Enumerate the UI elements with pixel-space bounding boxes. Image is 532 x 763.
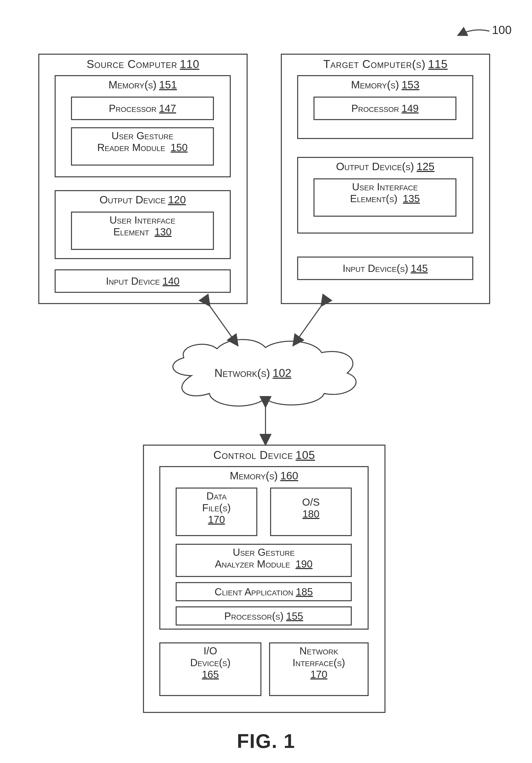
target-memory-title: Memory(s)153 — [298, 76, 472, 91]
network-interfaces-box: Network Interface(s) 170 — [269, 642, 369, 696]
svg-line-1 — [294, 305, 322, 345]
control-device-title: Control Device105 — [144, 446, 385, 462]
svg-line-0 — [209, 305, 237, 345]
data-files-box: Data File(s) 170 — [176, 488, 257, 536]
target-output-devices-box: Output Device(s)125 User Interface Eleme… — [297, 157, 473, 234]
target-computer-title: Target Computer(s)115 — [282, 55, 489, 70]
control-memory-title: Memory(s)160 — [160, 467, 368, 482]
network-label: Network(s)102 — [215, 367, 291, 380]
control-device-box: Control Device105 Memory(s)160 Data File… — [143, 445, 386, 713]
target-computer-box: Target Computer(s)115 Memory(s)153 Proce… — [281, 54, 490, 304]
target-ui-elements-box: User Interface Element(s) 135 — [313, 178, 456, 217]
system-reference-label: 100 — [492, 23, 512, 37]
user-gesture-analyzer-box: User Gesture Analyzer Module 190 — [176, 544, 352, 577]
source-computer-title: Source Computer110 — [39, 55, 247, 70]
control-processors-box: Processor(s)155 — [176, 606, 352, 625]
io-devices-box: I/O Device(s) 165 — [159, 642, 261, 696]
target-memory-box: Memory(s)153 Processor149 — [297, 75, 473, 139]
target-processor-box: Processor149 — [313, 97, 456, 120]
control-memory-box: Memory(s)160 Data File(s) 170 O/S 180 Us… — [159, 466, 369, 630]
source-ui-element-box: User Interface Element 130 — [71, 212, 214, 250]
source-output-device-box: Output Device120 User Interface Element … — [55, 190, 231, 259]
figure-caption: FIG. 1 — [237, 729, 295, 753]
arrow-icon — [456, 29, 492, 39]
target-input-devices-box: Input Device(s)145 — [297, 257, 473, 280]
os-box: O/S 180 — [270, 488, 352, 536]
source-computer-box: Source Computer110 Memory(s)151 Processo… — [38, 54, 248, 304]
source-input-device-box: Input Device140 — [55, 269, 231, 293]
source-memory-title: Memory(s)151 — [56, 76, 230, 91]
source-processor-box: Processor147 — [71, 97, 214, 120]
client-application-box: Client Application185 — [176, 582, 352, 601]
source-memory-box: Memory(s)151 Processor147 User Gesture R… — [55, 75, 231, 177]
user-gesture-reader-box: User Gesture Reader Module 150 — [71, 127, 214, 165]
target-output-devices-title: Output Device(s)125 — [298, 158, 472, 173]
source-output-device-title: Output Device120 — [56, 191, 230, 206]
